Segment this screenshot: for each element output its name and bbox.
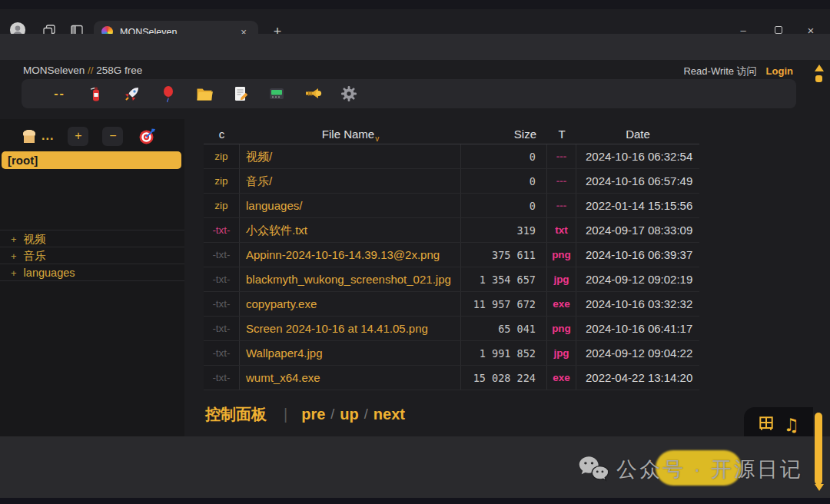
expand-plus-icon[interactable]: + xyxy=(11,250,17,262)
table-row: zip languages/ 0 --- 2022-01-14 15:15:56 xyxy=(204,194,699,218)
table-row: -txt- wumt_x64.exe 15 028 224 exe 2022-0… xyxy=(204,366,699,390)
file-action-link[interactable]: zip xyxy=(204,169,240,193)
file-size: 65 041 xyxy=(461,317,547,340)
file-date: 2024-09-12 09:04:22 xyxy=(576,341,699,365)
breadcrumb[interactable]: MONSeleven // 258G free xyxy=(23,65,142,76)
browser-address-bar: ← 127.0.0.1 ☆ ⋯ xyxy=(0,34,830,60)
table-row: -txt- blackmyth_wukong_screenshot_021.jp… xyxy=(204,267,699,292)
desktop-bottom-strip xyxy=(0,498,830,504)
sidebar-toolbar: ... + − xyxy=(0,124,184,148)
up2k-rocket-icon[interactable] xyxy=(114,82,150,105)
table-row: zip 视频/ 0 --- 2024-10-16 06:32:54 xyxy=(204,144,699,169)
file-action-link[interactable]: -txt- xyxy=(204,341,240,365)
sidebar-item-music[interactable]: +音乐 xyxy=(0,247,184,264)
bread-icon[interactable] xyxy=(20,127,38,145)
file-date: 2024-10-16 06:39:37 xyxy=(576,243,699,267)
expand-plus-icon[interactable]: + xyxy=(11,234,17,245)
unpost-extinguisher-icon[interactable] xyxy=(78,82,114,105)
file-type: png xyxy=(547,243,576,267)
scrollbar-thumb[interactable] xyxy=(815,413,822,485)
slash-separator: / xyxy=(330,406,334,423)
file-type: exe xyxy=(547,292,576,316)
file-size: 0 xyxy=(461,144,547,168)
file-date: 2022-01-14 15:15:56 xyxy=(576,194,699,217)
nav-next-link[interactable]: next xyxy=(374,406,405,423)
file-size: 15 028 224 xyxy=(461,366,547,390)
expand-plus-icon[interactable]: + xyxy=(11,267,17,279)
file-name-link[interactable]: 小众软件.txt xyxy=(240,218,461,242)
file-name-link[interactable]: Wallpaper4.jpg xyxy=(240,341,461,365)
free-space-label: 258G free xyxy=(96,65,142,76)
table-header-row: c File Namev Size T Date xyxy=(204,124,699,144)
file-action-link[interactable]: -txt- xyxy=(204,218,240,242)
file-type: --- xyxy=(547,194,576,217)
file-action-link[interactable]: zip xyxy=(204,194,240,217)
file-name-link[interactable]: Screen 2024-10-16 at 14.41.05.png xyxy=(240,317,461,340)
file-name-link[interactable]: copyparty.exe xyxy=(240,292,461,316)
bup-balloon-icon[interactable] xyxy=(150,82,186,105)
file-action-link[interactable]: zip xyxy=(204,144,240,168)
file-action-link[interactable]: -txt- xyxy=(204,292,240,316)
file-action-link[interactable]: -txt- xyxy=(204,267,240,291)
message-pager-icon[interactable] xyxy=(258,82,294,105)
file-type: exe xyxy=(547,366,576,390)
file-action-link[interactable]: -txt- xyxy=(204,366,240,390)
file-action-link[interactable]: -txt- xyxy=(204,243,240,267)
file-name-link[interactable]: blackmyth_wukong_screenshot_021.jpg xyxy=(240,267,461,291)
wechat-icon xyxy=(575,452,610,487)
file-name-link[interactable]: 音乐/ xyxy=(240,169,461,193)
maximize-icon xyxy=(775,26,782,34)
file-size: 11 957 672 xyxy=(461,292,547,316)
footer-navigation: 控制面板 | pre / up / next xyxy=(205,404,405,425)
table-row: -txt- copyparty.exe 11 957 672 exe 2024-… xyxy=(204,292,699,317)
scrollbar-dot[interactable] xyxy=(815,75,822,82)
sidebar-item-label[interactable]: languages xyxy=(24,267,75,279)
scrollbar-down-arrow[interactable] xyxy=(815,484,824,491)
music-note-icon[interactable]: ♫ xyxy=(784,415,800,435)
sort-indicator-icon: v xyxy=(375,134,379,143)
watermark: 公众号 · 开源日记 xyxy=(575,452,803,487)
file-name-link[interactable]: Appinn-2024-10-16-14.39.13@2x.png xyxy=(240,243,461,267)
file-date: 2022-04-22 13:14:20 xyxy=(576,366,699,390)
audio-trumpet-icon[interactable] xyxy=(294,82,330,105)
sidebar-item-label[interactable]: 视频 xyxy=(24,233,46,245)
file-name-link[interactable]: wumt_x64.exe xyxy=(240,366,461,390)
file-type: txt xyxy=(547,218,576,242)
table-body: zip 视频/ 0 --- 2024-10-16 06:32:54 zip 音乐… xyxy=(204,144,699,390)
breadcrumb-path[interactable]: MONSeleven xyxy=(23,65,85,76)
op-toolbar: -- xyxy=(22,79,796,108)
file-size: 375 611 xyxy=(461,243,547,267)
settings-gear-icon[interactable] xyxy=(330,82,367,105)
file-name-link[interactable]: 视频/ xyxy=(240,144,461,168)
watermark-text: 公众号 · 开源日记 xyxy=(616,456,803,483)
file-table: c File Namev Size T Date zip 视频/ 0 --- 2… xyxy=(204,124,699,390)
file-type: png xyxy=(547,317,576,340)
nav-up-link[interactable]: up xyxy=(340,406,358,423)
new-doc-memo-icon[interactable] xyxy=(222,82,258,105)
sidebar-item-video[interactable]: +视频 xyxy=(0,230,184,247)
mkdir-folder-icon[interactable] xyxy=(186,82,222,105)
browser-tab-bar: MONSeleven × + – × xyxy=(0,9,830,34)
file-type: jpg xyxy=(547,341,576,365)
sidebar-item-languages[interactable]: +languages xyxy=(0,264,184,280)
tree-collapse-button[interactable]: − xyxy=(102,127,123,146)
file-action-link[interactable]: -txt- xyxy=(204,317,240,340)
file-type: --- xyxy=(547,169,576,193)
file-date: 2024-10-16 03:32:32 xyxy=(576,292,699,316)
tree-dots-button[interactable]: ... xyxy=(42,129,54,143)
login-link[interactable]: Login xyxy=(766,65,793,77)
divider: | xyxy=(284,406,287,423)
scrollbar-up-arrow[interactable] xyxy=(815,65,824,71)
file-size: 0 xyxy=(461,169,547,193)
control-panel-link[interactable]: 控制面板 xyxy=(205,404,267,425)
grid-view-icon[interactable] xyxy=(758,415,775,435)
sidebar-item-root[interactable]: [root] xyxy=(2,151,181,169)
target-dart-icon[interactable] xyxy=(138,127,157,145)
tree-expand-button[interactable]: + xyxy=(68,127,88,146)
sidebar-item-label[interactable]: 音乐 xyxy=(24,250,46,262)
nav-pre-link[interactable]: pre xyxy=(301,406,325,423)
toolbar-dashes-button[interactable]: -- xyxy=(42,82,78,105)
table-row: zip 音乐/ 0 --- 2024-10-16 06:57:49 xyxy=(204,169,699,194)
file-name-link[interactable]: languages/ xyxy=(240,194,461,217)
page-content: MONSeleven // 258G free Read-Write 访问Log… xyxy=(0,60,830,496)
